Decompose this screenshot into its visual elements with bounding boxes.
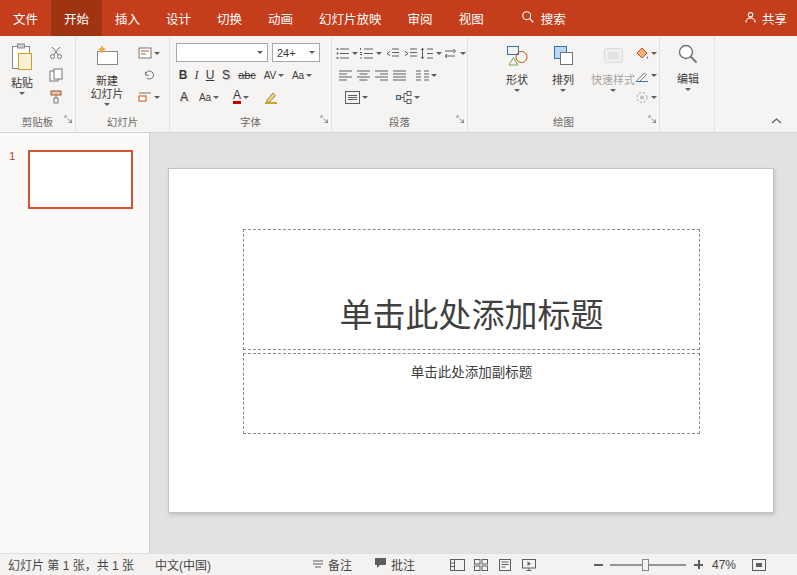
zoom-in-button[interactable] [694,554,703,575]
slide-canvas-area: 单击此处添加标题 单击此处添加副标题 [150,133,797,553]
zoom-slider-track [610,564,686,566]
align-text-button[interactable] [336,88,376,106]
clipboard-dialog-launcher[interactable] [64,110,73,128]
zoom-out-button[interactable] [594,554,603,575]
reading-view-button[interactable] [498,554,512,575]
decrease-indent-button[interactable] [384,44,402,62]
tab-review[interactable]: 审阅 [395,0,446,36]
ribbon-search[interactable]: 搜索 [521,0,566,36]
subtitle-placeholder[interactable]: 单击此处添加副标题 [243,353,700,434]
tab-home[interactable]: 开始 [51,0,102,36]
shape-effects-button[interactable] [634,88,658,106]
text-direction-button[interactable] [444,44,466,62]
shape-fill-button[interactable] [634,44,658,62]
zoom-slider[interactable] [610,554,686,575]
shapes-icon [505,43,530,74]
zoom-level[interactable]: 47% [712,554,736,575]
new-slide-button[interactable]: 新建 幻灯片 [84,43,130,106]
text-effects-button[interactable]: A [176,88,192,106]
slide-thumbnail[interactable] [28,150,133,209]
justify-button[interactable] [390,66,408,84]
line-spacing-button[interactable] [420,44,442,62]
slideshow-view-button[interactable] [522,554,536,575]
share-button[interactable]: 共享 [744,0,787,36]
chevron-down-icon [560,89,566,92]
convert-smartart-button[interactable] [388,88,428,106]
paragraph-dialog-launcher[interactable] [456,110,465,128]
underline-button[interactable]: U [203,66,217,84]
shape-outline-button[interactable] [634,66,658,84]
chevron-down-icon [154,96,160,99]
slide-layout-button[interactable] [136,44,162,62]
chevron-down-icon [19,92,25,95]
columns-button[interactable] [414,66,438,84]
tab-slideshow[interactable]: 幻灯片放映 [306,0,395,36]
font-dialog-launcher[interactable] [320,110,329,128]
bold-button[interactable]: B [176,66,190,84]
numbering-button[interactable] [360,44,382,62]
section-button[interactable] [136,88,162,106]
collapse-ribbon-button[interactable] [767,112,785,126]
drawing-group-label: 绘图 [468,114,659,129]
copy-button[interactable] [46,66,66,84]
change-case-button[interactable]: Aa [290,66,314,84]
chevron-down-icon [436,52,442,55]
find-icon [677,43,699,73]
font-group-label: 字体 [170,114,331,129]
font-color-button[interactable]: A [228,88,254,106]
slide-counter[interactable]: 幻灯片 第 1 张，共 1 张 [8,554,134,575]
tab-transitions[interactable]: 切换 [204,0,255,36]
status-bar: 幻灯片 第 1 张，共 1 张 中文(中国) 备注 批注 47% [0,553,797,575]
chevron-down-icon [414,96,420,99]
chevron-down-icon [243,96,249,99]
tab-design[interactable]: 设计 [153,0,204,36]
tab-view[interactable]: 视图 [446,0,497,36]
slide[interactable]: 单击此处添加标题 单击此处添加副标题 [168,168,774,513]
clear-formatting-button[interactable]: Aa [196,88,222,106]
chevron-down-icon [651,96,657,99]
quick-styles-button[interactable]: 快速样式 [586,43,640,92]
italic-button[interactable]: I [191,66,202,84]
title-placeholder[interactable]: 单击此处添加标题 [243,229,700,350]
language-indicator[interactable]: 中文(中国) [155,554,211,575]
reset-slide-button[interactable] [136,66,162,84]
new-slide-label-line2: 幻灯片 [91,88,124,101]
paragraph-group-label: 段落 [332,114,467,129]
tab-insert[interactable]: 插入 [102,0,153,36]
change-case-label: Aa [292,70,304,81]
fit-slide-to-window-button[interactable] [752,554,766,575]
tab-file[interactable]: 文件 [0,0,51,36]
character-spacing-button[interactable]: AV [262,66,286,84]
comments-toggle[interactable]: 批注 [374,554,415,575]
normal-view-button[interactable] [450,554,465,575]
highlight-button[interactable] [260,88,282,106]
font-color-label: A [233,90,241,104]
strikethrough-button[interactable]: abc [235,66,259,84]
quick-styles-label: 快速样式 [591,74,635,87]
chevron-down-icon [431,74,437,77]
ribbon-tab-bar: 文件 开始 插入 设计 切换 动画 幻灯片放映 审阅 视图 搜索 共享 [0,0,797,36]
chevron-down-icon [610,89,616,92]
shapes-button[interactable]: 形状 [496,43,538,92]
new-slide-icon [94,43,120,75]
format-painter-button[interactable] [46,88,66,106]
align-center-button[interactable] [354,66,372,84]
arrange-button[interactable]: 排列 [542,43,584,92]
drawing-dialog-launcher[interactable] [648,110,657,128]
slide-sorter-view-button[interactable] [474,554,488,575]
font-name-combo[interactable] [176,43,268,62]
shapes-label: 形状 [506,74,528,87]
notes-toggle[interactable]: 备注 [312,554,352,575]
increase-indent-button[interactable] [402,44,420,62]
editing-button[interactable]: 编辑 [668,43,708,91]
align-left-button[interactable] [336,66,354,84]
align-right-button[interactable] [372,66,390,84]
font-size-combo[interactable]: 24+ [272,43,320,62]
zoom-slider-thumb[interactable] [642,559,649,571]
tab-animations[interactable]: 动画 [255,0,306,36]
slide-number: 1 [9,150,15,162]
bullets-button[interactable] [336,44,358,62]
cut-button[interactable] [46,44,66,62]
paste-button[interactable]: 粘贴 [4,43,40,95]
text-shadow-button[interactable]: S [219,66,233,84]
